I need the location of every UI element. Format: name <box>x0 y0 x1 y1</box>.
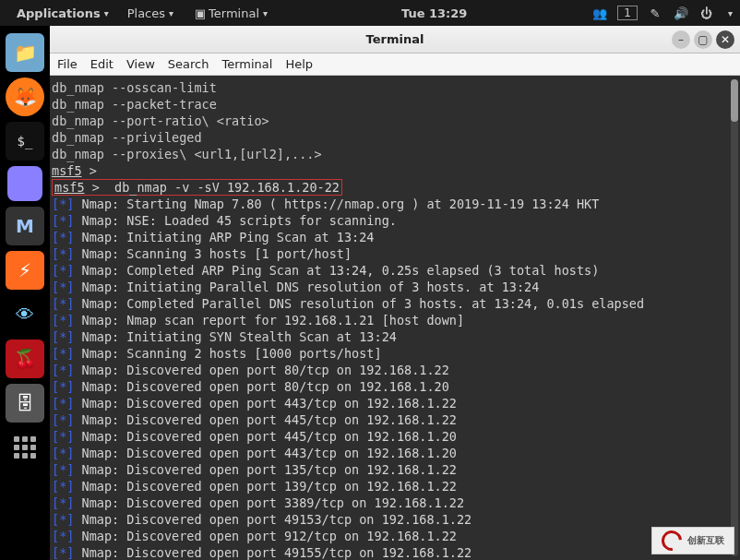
output-line: [*] Nmap: Completed Parallel DNS resolut… <box>52 295 738 312</box>
completion-line: db_nmap --osscan-limit <box>52 79 738 96</box>
chevron-down-icon: ▾ <box>728 8 733 18</box>
output-line: [*] Nmap: Discovered open port 912/tcp o… <box>52 528 738 544</box>
terminal-icon[interactable]: $_ <box>6 122 44 161</box>
minimize-button[interactable]: – <box>672 30 690 49</box>
show-apps-icon[interactable] <box>6 428 44 467</box>
clock[interactable]: Tue 13:29 <box>277 6 591 20</box>
output-line: [*] Nmap: Discovered open port 49155/tcp… <box>52 544 738 560</box>
menu-search[interactable]: Search <box>168 57 209 71</box>
terminal-menubar: File Edit View Search Terminal Help <box>50 54 740 76</box>
text-editor-icon[interactable] <box>7 166 42 201</box>
output-line: [*] Nmap: Discovered open port 49153/tcp… <box>52 511 738 528</box>
output-line: [*] Nmap: Discovered open port 443/tcp o… <box>52 395 738 411</box>
output-line: [*] Nmap: Discovered open port 445/tcp o… <box>52 411 738 428</box>
output-line: [*] Nmap: Discovered open port 445/tcp o… <box>52 428 738 445</box>
completion-line: db_nmap --packet-trace <box>52 96 738 113</box>
output-line: [*] Nmap: Scanning 2 hosts [1000 ports/h… <box>52 345 738 362</box>
terminal-window: Terminal – ▢ ✕ File Edit View Search Ter… <box>50 26 740 560</box>
metasploit-icon[interactable]: M <box>6 207 44 245</box>
prompt-line: msf5 > <box>52 162 738 179</box>
scrollbar-thumb[interactable] <box>731 79 738 122</box>
output-line: [*] Nmap: Discovered open port 80/tcp on… <box>52 378 738 395</box>
output-line: [*] Nmap: Completed ARP Ping Scan at 13:… <box>52 262 738 279</box>
output-line: [*] Nmap: Starting Nmap 7.80 ( https://n… <box>52 196 738 212</box>
output-line: [*] Nmap: Initiating ARP Ping Scan at 13… <box>52 229 738 245</box>
firefox-icon[interactable]: 🦊 <box>6 77 44 116</box>
terminal-title: Terminal <box>366 32 424 46</box>
window-controls: – ▢ ✕ <box>672 30 734 49</box>
output-line: [*] Nmap: Nmap scan report for 192.168.1… <box>52 312 738 328</box>
completion-line: db_nmap --port-ratio\ <ratio> <box>52 113 738 129</box>
menu-view[interactable]: View <box>126 57 155 71</box>
completion-line: db_nmap --proxies\ <url1,[url2],...> <box>52 146 738 162</box>
output-line: [*] Nmap: Discovered open port 3389/tcp … <box>52 494 738 511</box>
burp-icon[interactable]: ⚡ <box>6 251 44 290</box>
chevron-down-icon: ▾ <box>169 8 173 18</box>
chevron-down-icon: ▾ <box>104 8 109 18</box>
maltego-icon[interactable]: 👁 <box>6 295 44 334</box>
maximize-button[interactable]: ▢ <box>694 30 712 49</box>
files-icon[interactable]: 📁 <box>6 33 44 72</box>
menu-edit[interactable]: Edit <box>90 57 113 71</box>
applications-menu[interactable]: Applications ▾ <box>7 0 118 26</box>
users-icon[interactable]: 👥 <box>591 5 608 21</box>
menu-file[interactable]: File <box>57 57 78 71</box>
scrollbar[interactable] <box>731 79 738 556</box>
output-line: [*] Nmap: Initiating Parallel DNS resolu… <box>52 279 738 295</box>
output-line: [*] Nmap: Discovered open port 139/tcp o… <box>52 478 738 494</box>
places-menu[interactable]: Places ▾ <box>118 0 183 26</box>
output-line: [*] Nmap: NSE: Loaded 45 scripts for sca… <box>52 212 738 229</box>
workspace-indicator[interactable]: 1 <box>617 6 638 20</box>
active-app-label: Terminal <box>209 6 259 20</box>
highlighted-command-line: msf5 > db_nmap -v -sV 192.168.1.20-22 <box>52 179 738 196</box>
volume-icon[interactable]: 🔊 <box>673 5 689 21</box>
applications-label: Applications <box>17 6 101 20</box>
terminal-titlebar[interactable]: Terminal – ▢ ✕ <box>50 26 740 54</box>
active-app-menu[interactable]: ▣ Terminal ▾ <box>183 0 277 26</box>
output-line: [*] Nmap: Initiating SYN Stealth Scan at… <box>52 328 738 345</box>
output-line: [*] Nmap: Discovered open port 80/tcp on… <box>52 362 738 378</box>
output-line: [*] Nmap: Scanning 3 hosts [1 port/host] <box>52 245 738 262</box>
menu-terminal[interactable]: Terminal <box>221 57 272 71</box>
watermark-icon <box>658 527 686 555</box>
record-icon[interactable]: ✎ <box>647 5 663 21</box>
close-button[interactable]: ✕ <box>716 30 734 49</box>
dock: 📁 🦊 $_ M ⚡ 👁 🍒 🗄 <box>0 26 50 560</box>
menu-help[interactable]: Help <box>285 57 313 71</box>
watermark-logo: 创新互联 <box>651 527 734 554</box>
power-icon[interactable]: ⏻ <box>698 5 715 21</box>
watermark-text: 创新互联 <box>687 534 724 547</box>
completion-line: db_nmap --privileged <box>52 129 738 146</box>
places-label: Places <box>127 6 165 20</box>
db-browser-icon[interactable]: 🗄 <box>6 384 44 423</box>
terminal-small-icon: ▣ <box>192 5 209 21</box>
chevron-down-icon: ▾ <box>263 8 268 18</box>
top-panel: Applications ▾ Places ▾ ▣ Terminal ▾ Tue… <box>0 0 740 26</box>
cherrytree-icon[interactable]: 🍒 <box>6 340 44 378</box>
system-tray: 👥 1 ✎ 🔊 ⏻ ▾ <box>591 5 733 21</box>
output-line: [*] Nmap: Discovered open port 135/tcp o… <box>52 461 738 478</box>
terminal-body[interactable]: db_nmap --osscan-limit db_nmap --packet-… <box>50 76 740 560</box>
output-line: [*] Nmap: Discovered open port 443/tcp o… <box>52 445 738 461</box>
